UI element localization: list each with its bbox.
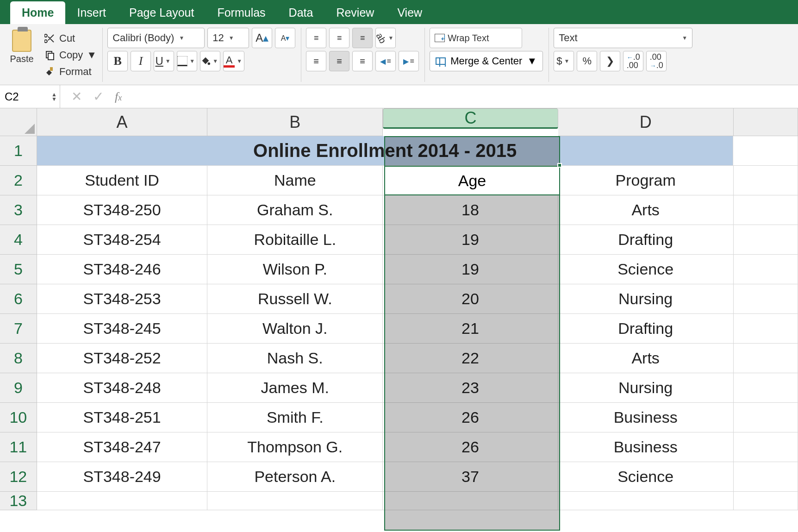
cell[interactable]: ST348-253 xyxy=(37,284,208,314)
wrap-text-button[interactable]: Wrap Text xyxy=(430,28,522,48)
row-header[interactable]: 11 xyxy=(0,432,37,462)
cell[interactable]: ST348-251 xyxy=(37,403,208,432)
cell[interactable]: Russell W. xyxy=(207,284,383,314)
fx-icon[interactable]: fx xyxy=(115,90,122,104)
bold-button[interactable]: B xyxy=(107,51,128,71)
cell[interactable]: Robitaille L. xyxy=(207,225,383,255)
row-header[interactable]: 2 xyxy=(0,166,37,195)
title-cell[interactable]: Online Enrollment 2014 - 2015 xyxy=(37,136,734,166)
cell[interactable]: Arts xyxy=(558,195,734,225)
tab-insert[interactable]: Insert xyxy=(65,1,118,24)
font-color-button[interactable]: A ▼ xyxy=(223,51,244,71)
row-header[interactable]: 1 xyxy=(0,136,37,166)
align-bottom-button[interactable]: ≡ xyxy=(352,28,373,48)
italic-button[interactable]: I xyxy=(131,51,151,71)
tab-view[interactable]: View xyxy=(386,1,434,24)
cell[interactable]: Science xyxy=(558,255,734,284)
row-header[interactable]: 5 xyxy=(0,255,37,284)
cell[interactable] xyxy=(733,136,798,166)
cell[interactable]: ST348-247 xyxy=(37,432,208,462)
cell[interactable]: Nursing xyxy=(558,373,734,403)
orientation-button[interactable]: ab▼ xyxy=(375,28,396,48)
column-header-e[interactable] xyxy=(734,108,798,136)
cell[interactable] xyxy=(37,492,208,510)
align-right-button[interactable]: ≡ xyxy=(352,51,373,71)
increase-decimal-button[interactable]: ←.0.00 xyxy=(623,51,643,71)
cell[interactable]: 21 xyxy=(383,314,558,344)
decrease-decimal-button[interactable]: .00→.0 xyxy=(646,51,667,71)
cell[interactable]: Drafting xyxy=(558,225,734,255)
cell[interactable]: Business xyxy=(558,403,734,432)
cell[interactable]: Age xyxy=(383,166,558,195)
row-header[interactable]: 8 xyxy=(0,344,37,373)
formula-input[interactable] xyxy=(133,85,798,108)
cell[interactable]: Wilson P. xyxy=(207,255,383,284)
align-middle-button[interactable]: ≡ xyxy=(329,28,349,48)
currency-button[interactable]: $▼ xyxy=(554,51,574,71)
cell[interactable]: ST348-252 xyxy=(37,344,208,373)
row-header[interactable]: 10 xyxy=(0,403,37,432)
cell[interactable]: ST348-245 xyxy=(37,314,208,344)
cell[interactable]: James M. xyxy=(207,373,383,403)
border-button[interactable]: ▼ xyxy=(177,51,197,71)
column-header-c[interactable]: C xyxy=(383,108,558,129)
cell[interactable]: ST348-246 xyxy=(37,255,208,284)
cell[interactable]: Student ID xyxy=(37,166,208,195)
cell[interactable]: ST348-250 xyxy=(37,195,208,225)
row-header[interactable]: 3 xyxy=(0,195,37,225)
cell[interactable]: Program xyxy=(558,166,734,195)
font-size-select[interactable]: 12▼ xyxy=(207,28,249,48)
cell[interactable]: Name xyxy=(207,166,383,195)
cell[interactable]: ST348-249 xyxy=(37,462,208,492)
tab-home[interactable]: Home xyxy=(10,1,65,24)
number-format-select[interactable]: Text ▼ xyxy=(554,28,692,48)
fill-color-button[interactable]: ▼ xyxy=(200,51,220,71)
cell[interactable]: 37 xyxy=(383,462,558,492)
copy-button[interactable]: Copy ▼ xyxy=(44,49,97,61)
cell[interactable]: 18 xyxy=(383,195,558,225)
name-box-spinner[interactable]: ▲▼ xyxy=(51,92,57,101)
cell[interactable]: Arts xyxy=(558,344,734,373)
cancel-formula-icon[interactable]: ✕ xyxy=(71,89,82,104)
increase-indent-button[interactable]: ▶≡ xyxy=(399,51,419,71)
row-header[interactable]: 9 xyxy=(0,373,37,403)
row-header[interactable]: 6 xyxy=(0,284,37,314)
cell[interactable] xyxy=(734,373,798,403)
align-top-button[interactable]: ≡ xyxy=(306,28,326,48)
cell[interactable]: ST348-248 xyxy=(37,373,208,403)
cell[interactable]: Drafting xyxy=(558,314,734,344)
cell[interactable]: 26 xyxy=(383,432,558,462)
cell[interactable]: 23 xyxy=(383,373,558,403)
row-header[interactable]: 7 xyxy=(0,314,37,344)
cell[interactable]: Walton J. xyxy=(207,314,383,344)
cell[interactable]: Thompson G. xyxy=(207,432,383,462)
cell[interactable] xyxy=(734,432,798,462)
tab-data[interactable]: Data xyxy=(277,1,325,24)
row-header[interactable]: 13 xyxy=(0,492,37,510)
name-box[interactable]: C2 ▲▼ xyxy=(0,85,60,108)
cell[interactable] xyxy=(734,195,798,225)
cut-button[interactable]: Cut xyxy=(44,32,97,44)
tab-formulas[interactable]: Formulas xyxy=(206,1,277,24)
cell[interactable] xyxy=(383,492,558,510)
cell[interactable]: 26 xyxy=(383,403,558,432)
cell[interactable] xyxy=(734,344,798,373)
cell[interactable]: Science xyxy=(558,462,734,492)
row-header[interactable]: 4 xyxy=(0,225,37,255)
cell[interactable]: Graham S. xyxy=(207,195,383,225)
enter-formula-icon[interactable]: ✓ xyxy=(93,89,104,104)
cell[interactable] xyxy=(734,403,798,432)
font-name-select[interactable]: Calibri (Body)▼ xyxy=(107,28,205,48)
paste-button[interactable]: Paste xyxy=(6,28,38,71)
comma-style-button[interactable]: ❯ xyxy=(600,51,620,71)
increase-font-button[interactable]: A▴ xyxy=(252,28,272,48)
tab-page-layout[interactable]: Page Layout xyxy=(118,1,206,24)
decrease-font-button[interactable]: A▾ xyxy=(275,28,295,48)
cell[interactable] xyxy=(734,462,798,492)
cell[interactable]: Nursing xyxy=(558,284,734,314)
merge-center-button[interactable]: Merge & Center ▼ xyxy=(430,51,543,71)
align-center-button[interactable]: ≡ xyxy=(329,51,349,71)
cell[interactable]: 22 xyxy=(383,344,558,373)
cell[interactable] xyxy=(207,492,383,510)
cell[interactable] xyxy=(558,492,734,510)
